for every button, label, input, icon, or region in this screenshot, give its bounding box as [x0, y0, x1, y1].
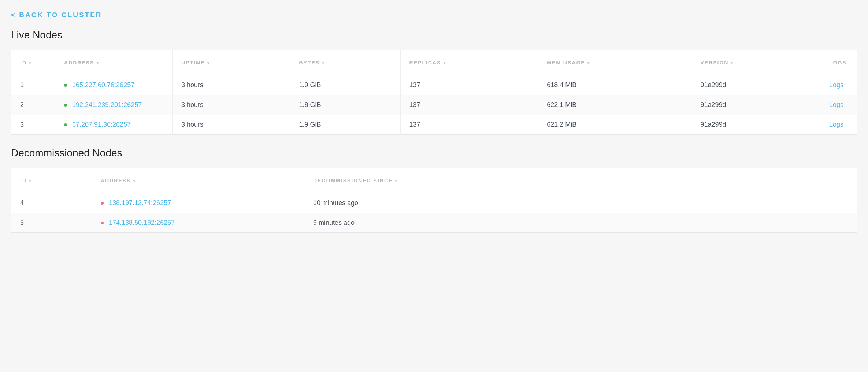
- live-nodes-heading: Live Nodes: [11, 29, 857, 41]
- live-header-logs-label: LOGS: [829, 60, 847, 66]
- cell-bytes: 1.9 GiB: [290, 115, 400, 135]
- cell-id: 2: [11, 95, 55, 115]
- sort-icon: ▼: [96, 61, 100, 65]
- live-nodes-table: ID▼ ADDRESS▼ UPTIME▼ BYTES▼ REPLICAS▼ ME…: [11, 50, 857, 135]
- live-header-replicas[interactable]: REPLICAS▼: [400, 50, 538, 75]
- decommissioned-nodes-table: ID▼ ADDRESS▼ DECOMMISSIONED SINCE▼ 4138.…: [11, 168, 857, 233]
- table-row: 5174.138.50.192:262579 minutes ago: [11, 213, 857, 233]
- live-header-bytes[interactable]: BYTES▼: [290, 50, 400, 75]
- live-header-version[interactable]: VERSION▼: [691, 50, 820, 75]
- live-header-id[interactable]: ID▼: [11, 50, 55, 75]
- sort-icon: ▼: [442, 61, 447, 65]
- cell-address: 174.138.50.192:26257: [92, 213, 304, 233]
- sort-icon: ▼: [321, 61, 326, 65]
- cell-uptime: 3 hours: [173, 75, 290, 95]
- live-header-mem-usage-label: MEM USAGE: [547, 60, 585, 66]
- table-row: 367.207.91.36:262573 hours1.9 GiB137621.…: [11, 115, 857, 135]
- cell-version: 91a299d: [691, 95, 820, 115]
- live-header-id-label: ID: [20, 60, 27, 66]
- table-row: 4138.197.12.74:2625710 minutes ago: [11, 193, 857, 213]
- live-header-address-label: ADDRESS: [64, 60, 94, 66]
- sort-icon: ▼: [394, 179, 398, 183]
- status-dot-icon: [101, 222, 104, 224]
- cell-id: 4: [11, 193, 92, 213]
- cell-replicas: 137: [400, 95, 538, 115]
- cell-address: 165.227.60.76:26257: [55, 75, 173, 95]
- live-header-version-label: VERSION: [700, 60, 728, 66]
- decom-header-address[interactable]: ADDRESS▼: [92, 168, 304, 193]
- cell-address: 138.197.12.74:26257: [92, 193, 304, 213]
- table-row: 2192.241.239.201:262573 hours1.8 GiB1376…: [11, 95, 857, 115]
- cell-version: 91a299d: [691, 75, 820, 95]
- cell-id: 1: [11, 75, 55, 95]
- cell-uptime: 3 hours: [173, 115, 290, 135]
- cell-decom-since: 9 minutes ago: [304, 213, 857, 233]
- cell-logs: Logs: [820, 75, 857, 95]
- logs-link[interactable]: Logs: [829, 101, 843, 108]
- cell-mem-usage: 621.2 MiB: [538, 115, 691, 135]
- node-address-link[interactable]: 67.207.91.36:26257: [72, 121, 131, 128]
- cell-replicas: 137: [400, 75, 538, 95]
- node-address-link[interactable]: 138.197.12.74:26257: [109, 199, 171, 207]
- cell-logs: Logs: [820, 115, 857, 135]
- cell-address: 192.241.239.201:26257: [55, 95, 173, 115]
- cell-id: 5: [11, 213, 92, 233]
- live-header-logs: LOGS: [820, 50, 857, 75]
- logs-link[interactable]: Logs: [829, 121, 843, 128]
- sort-icon: ▼: [28, 61, 33, 65]
- table-row: 1165.227.60.76:262573 hours1.9 GiB137618…: [11, 75, 857, 95]
- decommissioned-nodes-heading: Decommissioned Nodes: [11, 147, 857, 159]
- cell-replicas: 137: [400, 115, 538, 135]
- live-header-address[interactable]: ADDRESS▼: [55, 50, 173, 75]
- sort-icon: ▼: [132, 179, 137, 183]
- decom-header-id[interactable]: ID▼: [11, 168, 92, 193]
- sort-icon: ▼: [207, 61, 211, 65]
- status-dot-icon: [64, 123, 67, 126]
- cell-bytes: 1.8 GiB: [290, 95, 400, 115]
- status-dot-icon: [101, 202, 104, 205]
- decom-header-id-label: ID: [20, 178, 27, 183]
- decom-header-since-label: DECOMMISSIONED SINCE: [313, 178, 393, 183]
- cell-version: 91a299d: [691, 115, 820, 135]
- sort-icon: ▼: [730, 61, 734, 65]
- status-dot-icon: [64, 84, 67, 87]
- back-to-cluster-link[interactable]: < BACK TO CLUSTER: [11, 11, 102, 19]
- decom-header-address-label: ADDRESS: [101, 178, 131, 183]
- sort-icon: ▼: [28, 179, 33, 183]
- cell-uptime: 3 hours: [173, 95, 290, 115]
- live-header-uptime[interactable]: UPTIME▼: [173, 50, 290, 75]
- live-header-uptime-label: UPTIME: [181, 60, 205, 66]
- decom-header-since[interactable]: DECOMMISSIONED SINCE▼: [304, 168, 857, 193]
- cell-logs: Logs: [820, 95, 857, 115]
- cell-bytes: 1.9 GiB: [290, 75, 400, 95]
- cell-decom-since: 10 minutes ago: [304, 193, 857, 213]
- cell-mem-usage: 618.4 MiB: [538, 75, 691, 95]
- status-dot-icon: [64, 104, 67, 107]
- logs-link[interactable]: Logs: [829, 81, 843, 89]
- node-address-link[interactable]: 165.227.60.76:26257: [72, 81, 134, 89]
- node-address-link[interactable]: 192.241.239.201:26257: [72, 101, 142, 108]
- node-address-link[interactable]: 174.138.50.192:26257: [109, 219, 175, 226]
- cell-address: 67.207.91.36:26257: [55, 115, 173, 135]
- live-header-replicas-label: REPLICAS: [409, 60, 441, 66]
- live-header-mem-usage[interactable]: MEM USAGE▼: [538, 50, 691, 75]
- sort-icon: ▼: [587, 61, 591, 65]
- live-header-bytes-label: BYTES: [299, 60, 320, 66]
- cell-mem-usage: 622.1 MiB: [538, 95, 691, 115]
- cell-id: 3: [11, 115, 55, 135]
